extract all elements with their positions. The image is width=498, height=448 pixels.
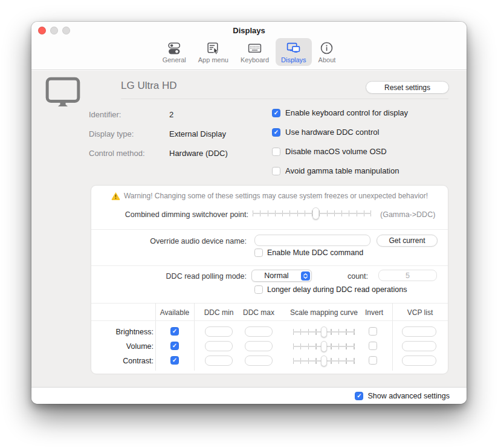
polling-mode-select[interactable]: Normal xyxy=(251,270,312,282)
tab-about-label: About xyxy=(319,56,336,63)
contrast-curve-slider[interactable] xyxy=(293,356,355,366)
contrast-invert-checkbox[interactable] xyxy=(369,356,377,365)
info-icon xyxy=(319,40,335,56)
longer-delay-label: Longer delay during DDC read operations xyxy=(267,285,407,294)
audio-device-name-input[interactable] xyxy=(254,235,370,246)
tab-app-menu-label: App menu xyxy=(198,56,228,63)
contrast-curve-knob[interactable] xyxy=(321,355,327,366)
toggles-icon xyxy=(166,40,183,56)
contrast-ddc-min-input[interactable] xyxy=(205,355,233,366)
divider xyxy=(91,303,448,304)
warning-text: Warning! Changing some of these settings… xyxy=(124,192,428,200)
header-available: Available xyxy=(160,308,189,317)
app-menu-icon xyxy=(205,40,221,56)
displays-icon xyxy=(285,40,302,56)
identifier-label: Identifier: xyxy=(89,110,121,119)
header-ddc-min: DDC min xyxy=(204,308,234,317)
divider xyxy=(91,229,448,230)
divider xyxy=(91,265,448,266)
window-title: Displays xyxy=(31,26,467,35)
table-row-contrast: Contrast: xyxy=(91,354,448,368)
brightness-curve-knob[interactable] xyxy=(321,326,327,337)
count-label: count: xyxy=(321,272,368,281)
get-current-button[interactable]: Get current xyxy=(377,235,438,247)
brightness-curve-slider[interactable] xyxy=(293,327,355,337)
mute-ddc-checkbox[interactable] xyxy=(254,248,263,257)
tab-general[interactable]: General xyxy=(157,38,192,66)
table-header-divider xyxy=(91,320,448,321)
avoid-gamma-label: Avoid gamma table manipulation xyxy=(285,166,399,175)
volume-invert-checkbox[interactable] xyxy=(369,342,377,350)
advanced-settings-box: Warning! Changing some of these settings… xyxy=(91,185,448,374)
control-method-value: Hardware (DDC) xyxy=(169,149,228,158)
display-type-label: Display type: xyxy=(89,129,134,138)
brightness-available-checkbox[interactable] xyxy=(170,327,179,336)
header-invert: Invert xyxy=(365,308,383,317)
volume-ddc-min-input[interactable] xyxy=(205,341,233,351)
contrast-ddc-max-input[interactable] xyxy=(245,355,273,366)
tab-displays-label: Displays xyxy=(281,56,306,63)
tab-general-label: General xyxy=(163,56,186,63)
mute-ddc-option: Enable Mute DDC command xyxy=(254,248,363,257)
tab-keyboard[interactable]: Keyboard xyxy=(235,38,274,66)
brightness-ddc-max-input[interactable] xyxy=(245,326,273,337)
row-label: Brightness: xyxy=(91,328,154,336)
brightness-invert-checkbox[interactable] xyxy=(369,327,377,336)
disable-osd-label: Disable macOS volume OSD xyxy=(285,147,387,156)
reset-settings-button[interactable]: Reset settings xyxy=(366,81,449,94)
volume-vcp-input[interactable] xyxy=(402,341,436,351)
longer-delay-checkbox[interactable] xyxy=(254,285,263,294)
polling-mode-label: DDC read polling mode: xyxy=(91,272,247,281)
hardware-ddc-checkbox[interactable] xyxy=(272,128,280,137)
keyboard-control-checkbox[interactable] xyxy=(272,109,280,117)
volume-available-checkbox[interactable] xyxy=(170,342,179,350)
row-label: Volume: xyxy=(91,342,154,351)
mute-ddc-label: Enable Mute DDC command xyxy=(267,248,363,257)
displays-window: Displays General xyxy=(31,22,467,404)
row-label: Contrast: xyxy=(91,357,154,365)
table-row-volume: Volume: xyxy=(91,339,448,354)
tab-displays[interactable]: Displays xyxy=(276,38,312,66)
contrast-vcp-input[interactable] xyxy=(402,355,436,366)
control-method-label: Control method: xyxy=(89,149,145,158)
count-input[interactable] xyxy=(378,270,437,281)
keyboard-icon xyxy=(247,40,263,56)
brightness-vcp-input[interactable] xyxy=(402,326,436,337)
warning-triangle-icon xyxy=(111,192,120,200)
hardware-ddc-label: Use hardware DDC control xyxy=(285,128,379,137)
tab-about[interactable]: About xyxy=(313,38,341,66)
identifier-value: 2 xyxy=(169,110,173,119)
tab-app-menu[interactable]: App menu xyxy=(193,38,234,66)
longer-delay-option: Longer delay during DDC read operations xyxy=(254,285,407,294)
avoid-gamma-checkbox[interactable] xyxy=(272,167,280,175)
display-type-value: External Display xyxy=(169,129,226,138)
warning-row: Warning! Changing some of these settings… xyxy=(91,192,448,200)
dimming-slider[interactable] xyxy=(253,208,371,219)
dimming-switchover-label: Combined dimming switchover point: xyxy=(91,210,248,219)
contrast-available-checkbox[interactable] xyxy=(170,356,179,365)
volume-curve-slider[interactable] xyxy=(293,342,355,351)
header-curve: Scale mapping curve xyxy=(290,308,358,317)
volume-curve-knob[interactable] xyxy=(321,341,327,352)
dimming-suffix: (Gamma->DDC) xyxy=(380,210,435,219)
tab-keyboard-label: Keyboard xyxy=(241,56,269,63)
audio-override-label: Override audio device name: xyxy=(91,237,247,245)
display-header-divider xyxy=(121,99,448,99)
volume-ddc-max-input[interactable] xyxy=(245,341,273,351)
header-vcp-list: VCP list xyxy=(407,308,433,317)
polling-mode-value: Normal xyxy=(252,271,301,280)
stepper-icon xyxy=(301,271,310,281)
show-advanced-checkbox[interactable] xyxy=(355,392,363,400)
dimming-slider-knob[interactable] xyxy=(312,207,319,219)
window-header: Displays General xyxy=(31,22,467,70)
content-area: LG Ultra HD Reset settings Identifier: 2… xyxy=(31,71,467,387)
option-keyboard-control: Enable keyboard control for display xyxy=(272,108,408,117)
disable-osd-checkbox[interactable] xyxy=(272,148,280,156)
option-hardware-ddc: Use hardware DDC control xyxy=(272,128,379,137)
option-disable-osd: Disable macOS volume OSD xyxy=(272,147,387,156)
display-name: LG Ultra HD xyxy=(121,80,177,92)
header-ddc-max: DDC max xyxy=(243,308,274,317)
keyboard-control-label: Enable keyboard control for display xyxy=(285,108,408,117)
brightness-ddc-min-input[interactable] xyxy=(205,326,233,337)
show-advanced-label: Show advanced settings xyxy=(367,392,450,400)
